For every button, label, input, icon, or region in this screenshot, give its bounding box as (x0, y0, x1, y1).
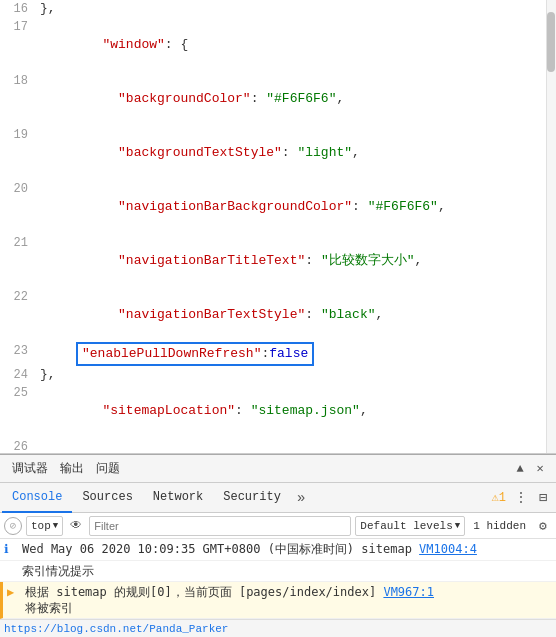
warning-badge: ⚠ 1 (492, 490, 506, 505)
hidden-count: 1 hidden (469, 520, 530, 532)
console-msg-warning: ▶ 根据 sitemap 的规则[0]，当前页面 [pages/index/in… (0, 582, 556, 619)
code-line-25: 25 "sitemapLocation": "sitemap.json", (0, 384, 556, 438)
clear-console-button[interactable]: ⊘ (4, 517, 22, 535)
toolbar-issues[interactable]: 问题 (90, 458, 126, 479)
line-number-24: 24 (0, 366, 36, 384)
line-content-18: "backgroundColor": "#F6F6F6", (36, 72, 556, 126)
msg-timestamp-text: Wed May 06 2020 10:09:35 GMT+0800 (中国标准时… (22, 541, 552, 557)
console-msg-timestamp: ℹ Wed May 06 2020 10:09:35 GMT+0800 (中国标… (0, 539, 556, 561)
code-line-21: 21 "navigationBarTitleText": "比较数字大小", (0, 234, 556, 288)
line-content-19: "backgroundTextStyle": "light", (36, 126, 556, 180)
code-line-22: 22 "navigationBarTextStyle": "black", (0, 288, 556, 342)
warning-icon: ⚠ (492, 490, 499, 505)
more-options-icon[interactable]: ⋮ (510, 487, 532, 509)
info-icon: ℹ (4, 542, 20, 558)
line-content-26: "style": "v2" (36, 438, 556, 454)
filter-input[interactable] (94, 520, 346, 532)
code-line-19: 19 "backgroundTextStyle": "light", (0, 126, 556, 180)
console-messages: ℹ Wed May 06 2020 10:09:35 GMT+0800 (中国标… (0, 539, 556, 619)
line-number-19: 19 (0, 126, 36, 144)
line-number-26: 26 (0, 438, 36, 454)
line-content-22: "navigationBarTextStyle": "black", (36, 288, 556, 342)
warning-triangle-icon: ▶ (7, 585, 23, 601)
log-levels-selector[interactable]: Default levels ▼ (355, 516, 465, 536)
code-line-17: 17 "window": { (0, 18, 556, 72)
code-lines: 16 }, 17 "window": { 18 "backgroundColor… (0, 0, 556, 454)
line-number-23: 23 (0, 342, 36, 360)
console-msg-index-info: 索引情况提示 (0, 561, 556, 582)
line-content-17: "window": { (36, 18, 556, 72)
dock-icon[interactable]: ⊟ (532, 487, 554, 509)
devtools-tabs: Console Sources Network Security » ⚠ 1 ⋮… (0, 483, 556, 513)
gear-icon[interactable]: ⚙ (534, 517, 552, 535)
code-line-26: 26 "style": "v2" (0, 438, 556, 454)
context-selector[interactable]: top ▼ (26, 516, 63, 536)
line-content-25: "sitemapLocation": "sitemap.json", (36, 384, 556, 438)
line-number-22: 22 (0, 288, 36, 306)
tab-more[interactable]: » (291, 488, 311, 508)
code-line-18: 18 "backgroundColor": "#F6F6F6", (0, 72, 556, 126)
scrollbar-thumb[interactable] (547, 12, 555, 72)
line-number-16: 16 (0, 0, 36, 18)
chevron-down-icon: ▼ (455, 521, 460, 531)
line-content-16: }, (36, 0, 556, 18)
scrollbar[interactable] (546, 0, 556, 453)
code-line-16: 16 }, (0, 0, 556, 18)
devtools-panel: 调试器 输出 问题 ▲ ✕ Console Sources Network Se… (0, 454, 556, 637)
code-line-20: 20 "navigationBarBackgroundColor": "#F6F… (0, 180, 556, 234)
status-url[interactable]: https://blog.csdn.net/Panda_Parker (4, 623, 228, 635)
close-icon[interactable]: ✕ (530, 459, 550, 479)
tab-network[interactable]: Network (143, 483, 213, 513)
tab-security[interactable]: Security (213, 483, 291, 513)
line-number-25: 25 (0, 384, 36, 402)
line-content-20: "navigationBarBackgroundColor": "#F6F6F6… (36, 180, 556, 234)
console-filter-bar: ⊘ top ▼ 👁 Default levels ▼ 1 hidden ⚙ (0, 513, 556, 539)
highlighted-content-23: "enablePullDownRefresh":false (76, 342, 314, 366)
line-number-17: 17 (0, 18, 36, 36)
line-content-24: }, (36, 366, 556, 384)
warning-count: 1 (499, 491, 506, 505)
code-editor: 16 }, 17 "window": { 18 "backgroundColor… (0, 0, 556, 454)
expand-icon[interactable]: ▲ (510, 459, 530, 479)
line-number-21: 21 (0, 234, 36, 252)
status-bar: https://blog.csdn.net/Panda_Parker (0, 619, 556, 637)
tab-sources[interactable]: Sources (72, 483, 142, 513)
line-content-21: "navigationBarTitleText": "比较数字大小", (36, 234, 556, 288)
toolbar-debugger[interactable]: 调试器 (6, 458, 54, 479)
tab-console[interactable]: Console (2, 483, 72, 513)
msg-index-text: 索引情况提示 (22, 563, 552, 579)
line-number-18: 18 (0, 72, 36, 90)
eye-icon[interactable]: 👁 (67, 517, 85, 535)
code-line-24: 24 }, (0, 366, 556, 384)
chevron-down-icon: ▼ (53, 521, 58, 531)
devtools-toolbar: 调试器 输出 问题 ▲ ✕ (0, 455, 556, 483)
msg-link-vm1004[interactable]: VM1004:4 (419, 542, 477, 556)
msg-link-vm967[interactable]: VM967:1 (383, 585, 434, 599)
line-number-20: 20 (0, 180, 36, 198)
filter-input-wrap (89, 516, 351, 536)
toolbar-output[interactable]: 输出 (54, 458, 90, 479)
code-line-23: 23 "enablePullDownRefresh":false (0, 342, 556, 366)
msg-warning-text: 根据 sitemap 的规则[0]，当前页面 [pages/index/inde… (25, 584, 552, 616)
